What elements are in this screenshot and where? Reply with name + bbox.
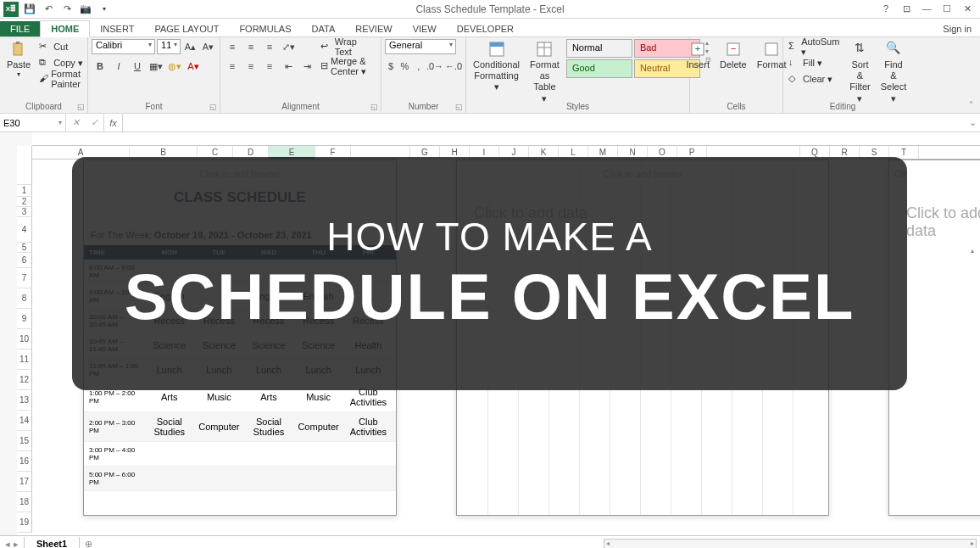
increase-indent-icon[interactable]: ⇥ bbox=[298, 59, 315, 74]
border-button[interactable]: ▦▾ bbox=[148, 59, 164, 74]
row-header[interactable]: 17 bbox=[17, 472, 32, 492]
increase-decimal-icon[interactable]: .0→ bbox=[426, 59, 443, 74]
row-header[interactable]: 19 bbox=[17, 512, 32, 533]
sheet-tab-sheet1[interactable]: Sheet1 bbox=[24, 537, 80, 548]
font-name-select[interactable]: Calibri bbox=[92, 39, 155, 54]
clear-button[interactable]: ◇Clear ▾ bbox=[787, 71, 843, 87]
excel-app-icon[interactable]: X≣ bbox=[3, 2, 19, 17]
tab-developer[interactable]: DEVELOPER bbox=[447, 21, 524, 36]
fill-color-button[interactable]: ◍▾ bbox=[166, 59, 183, 74]
ribbon-options-icon[interactable]: ⊡ bbox=[900, 3, 912, 14]
tab-data[interactable]: DATA bbox=[302, 21, 346, 36]
autosum-button[interactable]: ΣAutoSum ▾ bbox=[787, 39, 843, 54]
sign-in-link[interactable]: Sign in bbox=[934, 21, 980, 36]
italic-button[interactable]: I bbox=[110, 59, 127, 74]
paste-button[interactable]: Paste▾ bbox=[3, 39, 34, 81]
align-right-icon[interactable]: ≡ bbox=[261, 59, 278, 74]
name-box[interactable]: E30 bbox=[0, 114, 66, 131]
tab-home[interactable]: HOME bbox=[40, 20, 90, 37]
row-header[interactable]: 2 bbox=[17, 197, 32, 207]
row-header[interactable]: 5 bbox=[17, 243, 32, 253]
align-middle-icon[interactable]: ≡ bbox=[242, 39, 259, 54]
collapse-ribbon-icon[interactable]: ˄ bbox=[962, 97, 980, 113]
clipboard-dialog-icon[interactable]: ◱ bbox=[77, 103, 85, 111]
number-dialog-icon[interactable]: ◱ bbox=[455, 103, 463, 111]
cells-insert-button[interactable]: + Insert bbox=[682, 39, 713, 72]
fill-button[interactable]: ↓Fill ▾ bbox=[787, 55, 843, 70]
orientation-icon[interactable]: ⤢▾ bbox=[280, 39, 297, 54]
save-icon[interactable]: 💾 bbox=[22, 2, 37, 17]
sheet-nav-first-icon[interactable]: ◂ bbox=[5, 539, 10, 548]
tab-view[interactable]: VIEW bbox=[403, 21, 447, 36]
vertical-scroll-up-icon[interactable]: ▴ bbox=[966, 247, 978, 259]
cut-button[interactable]: ✂Cut bbox=[37, 39, 85, 54]
style-good[interactable]: Good bbox=[566, 59, 632, 78]
align-left-icon[interactable]: ≡ bbox=[224, 59, 241, 74]
find-select-button[interactable]: 🔍 Find & Select ▾ bbox=[877, 39, 910, 106]
row-header[interactable] bbox=[17, 159, 32, 185]
row-header[interactable]: 10 bbox=[17, 329, 32, 349]
conditional-formatting-button[interactable]: Conditional Formatting ▾ bbox=[470, 39, 523, 95]
qat-customize-icon[interactable]: ▾ bbox=[97, 2, 112, 17]
row-header[interactable]: 1 bbox=[17, 185, 32, 197]
row-header[interactable]: 8 bbox=[17, 288, 32, 309]
increase-font-icon[interactable]: A▴ bbox=[182, 39, 198, 54]
underline-button[interactable]: U bbox=[129, 59, 146, 74]
decrease-decimal-icon[interactable]: ←.0 bbox=[445, 59, 462, 74]
row-header[interactable]: 13 bbox=[17, 390, 32, 411]
comma-button[interactable]: , bbox=[413, 59, 425, 74]
row-header[interactable]: 15 bbox=[17, 431, 32, 451]
row-header[interactable]: 4 bbox=[17, 217, 32, 243]
help-icon[interactable]: ? bbox=[880, 3, 892, 14]
expand-formula-bar-icon[interactable]: ⌄ bbox=[965, 114, 980, 131]
font-dialog-icon[interactable]: ◱ bbox=[209, 103, 217, 111]
minimize-icon[interactable]: — bbox=[921, 3, 933, 14]
tab-formulas[interactable]: FORMULAS bbox=[229, 21, 301, 36]
row-header[interactable]: 7 bbox=[17, 268, 32, 288]
font-color-button[interactable]: A▾ bbox=[185, 59, 202, 74]
maximize-icon[interactable]: ☐ bbox=[941, 3, 953, 14]
number-format-select[interactable]: General bbox=[385, 39, 456, 54]
enter-formula-icon[interactable]: ✓ bbox=[85, 117, 103, 128]
table-row[interactable]: 5:00 PM – 6:00 PM bbox=[84, 467, 396, 491]
cells-delete-button[interactable]: − Delete bbox=[716, 39, 750, 72]
font-size-select[interactable]: 11 bbox=[157, 39, 181, 54]
fx-icon[interactable]: fx bbox=[104, 114, 123, 131]
format-as-table-button[interactable]: Format as Table ▾ bbox=[526, 39, 563, 106]
row-header[interactable]: 3 bbox=[17, 207, 32, 217]
row-header[interactable]: 14 bbox=[17, 411, 32, 431]
redo-icon[interactable]: ↷ bbox=[59, 2, 75, 17]
merge-center-button[interactable]: ⊟Merge & Center ▾ bbox=[319, 59, 377, 74]
sort-filter-button[interactable]: ⇅ Sort & Filter ▾ bbox=[846, 39, 873, 106]
row-header[interactable]: 9 bbox=[17, 309, 32, 329]
row-header[interactable]: 16 bbox=[17, 451, 32, 472]
table-row[interactable]: 3:00 PM – 4:00 PM bbox=[84, 442, 396, 467]
align-bottom-icon[interactable]: ≡ bbox=[261, 39, 278, 54]
align-top-icon[interactable]: ≡ bbox=[224, 39, 241, 54]
align-center-icon[interactable]: ≡ bbox=[242, 59, 259, 74]
alignment-dialog-icon[interactable]: ◱ bbox=[370, 103, 378, 111]
currency-button[interactable]: $ bbox=[385, 59, 397, 74]
wrap-text-button[interactable]: ↩Wrap Text bbox=[319, 39, 377, 54]
camera-icon[interactable]: 📷 bbox=[78, 2, 93, 17]
add-sheet-icon[interactable]: ⊕ bbox=[80, 539, 97, 548]
percent-button[interactable]: % bbox=[398, 59, 410, 74]
style-normal[interactable]: Normal bbox=[566, 39, 632, 58]
horizontal-scrollbar[interactable] bbox=[604, 539, 977, 549]
format-painter-button[interactable]: 🖌Format Painter bbox=[37, 71, 85, 87]
row-header[interactable]: 6 bbox=[17, 253, 32, 268]
row-header[interactable]: 18 bbox=[17, 492, 32, 512]
tab-insert[interactable]: INSERT bbox=[90, 21, 144, 36]
tab-file[interactable]: FILE bbox=[0, 21, 40, 36]
decrease-font-icon[interactable]: A▾ bbox=[200, 39, 216, 54]
undo-icon[interactable]: ↶ bbox=[41, 2, 56, 17]
tab-review[interactable]: REVIEW bbox=[345, 21, 402, 36]
row-headers[interactable]: 12345678910111213141516171819 bbox=[17, 159, 32, 535]
table-row[interactable]: 2:00 PM – 3:00 PMSocial StudiesComputerS… bbox=[84, 412, 396, 442]
sheet-nav-last-icon[interactable]: ▸ bbox=[14, 539, 19, 548]
cancel-formula-icon[interactable]: ✕ bbox=[66, 117, 85, 128]
bold-button[interactable]: B bbox=[92, 59, 109, 74]
close-icon[interactable]: ✕ bbox=[961, 3, 973, 14]
row-header[interactable]: 11 bbox=[17, 349, 32, 370]
decrease-indent-icon[interactable]: ⇤ bbox=[280, 59, 297, 74]
